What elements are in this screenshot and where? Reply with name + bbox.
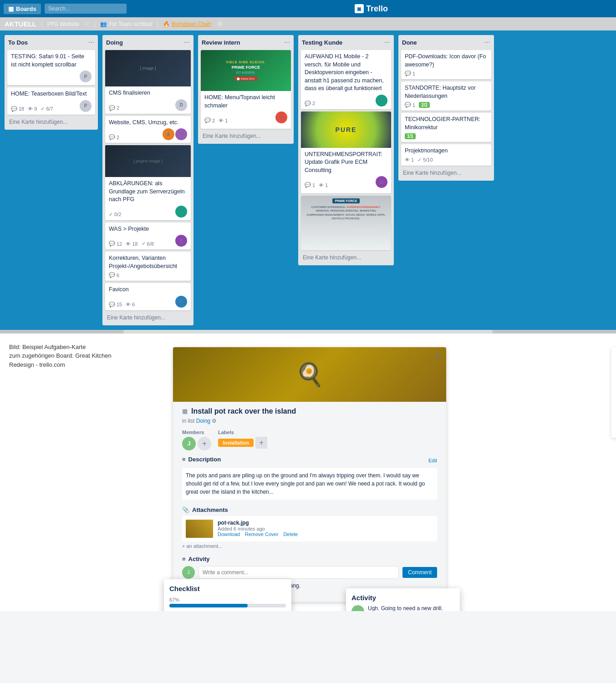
add-member-button[interactable]: + (198, 437, 211, 450)
avatar: E (175, 235, 187, 247)
card-comments: 💬 2 (305, 101, 315, 106)
avatar: B (175, 128, 187, 140)
close-button[interactable]: ✕ (435, 352, 442, 362)
checklist-icon: ✓ (417, 157, 422, 163)
avatar: U (376, 176, 387, 188)
card-members-section: Members J + (182, 430, 211, 450)
card-labels-section: Labels Installation + (218, 430, 267, 450)
description-edit-link[interactable]: Edit (428, 458, 437, 463)
card-header-image: 🍳 (173, 347, 446, 402)
table-row[interactable]: PDF-Downloads: Icon davor (Fo awesome?) … (401, 50, 491, 79)
attachments-label: Attachments (192, 506, 228, 513)
table-row[interactable]: Favicon 💬 15 👁 6 F (105, 283, 191, 310)
table-row[interactable]: TECHNOLOGIER-PARTNER: Minikorrektur 1/1 (401, 113, 491, 142)
card-detail-title: Install pot rack over the island (191, 407, 296, 415)
add-card-review[interactable]: Eine Karte hinzufügen... (201, 131, 291, 141)
card-comments: 💬 1 (305, 182, 315, 188)
settings-icon[interactable]: ⚙ (218, 20, 223, 27)
star-icon[interactable]: ☆ (84, 20, 90, 27)
boards-button[interactable]: ▦ Boards (4, 4, 41, 14)
add-card-doing[interactable]: Eine Karte hinzufügen... (105, 313, 191, 323)
description-label: Description (188, 456, 221, 463)
table-row[interactable]: VIELE SIND GLEICH. PRIME FORCE IST ANDER… (201, 50, 291, 129)
list-done-header: Done ··· (401, 38, 491, 48)
comment-icon: 💬 (109, 302, 115, 308)
delete-link[interactable]: Delete (283, 531, 298, 537)
burndown-link-item[interactable]: 🔥 Burndown Chart (163, 21, 211, 27)
activity-icon: ≡ (182, 556, 186, 562)
card-badge: 1/1 (405, 133, 416, 139)
table-row[interactable]: HOME: Teaserboxen Bild/Text 💬 18 👁 9 ✓ 6… (7, 87, 95, 115)
trello-logo-icon: ▣ (355, 4, 364, 13)
attachment-info: pot-rack.jpg Added 6 minutes ago Downloa… (218, 520, 433, 537)
label-tag[interactable]: Installation (218, 439, 254, 447)
table-row[interactable]: PURE UNTERNEHMENSPORTRAIT: Update Grafik… (301, 111, 391, 194)
list-testing-title: Testing Kunde (302, 39, 342, 46)
card-detail-members-labels: Members J + Labels Installation + (182, 430, 437, 450)
download-link[interactable]: Download (218, 531, 240, 537)
table-row[interactable]: WAS > Projekte 💬 12 👁 18 ✓ 6/8 (105, 223, 191, 250)
card-title: Projektmontagen (405, 147, 488, 155)
burndown-link[interactable]: Burndown Chart (172, 21, 211, 27)
board-visibility: 👥 Für Team sichtbar (100, 21, 153, 27)
card-title: UNTERNEHMENSPORTRAIT: Update Grafik Pure… (305, 151, 387, 175)
add-label-button[interactable]: + (255, 437, 267, 449)
boards-icon: ▦ (8, 5, 14, 12)
description-text: The pots and pans are piling up on the g… (182, 468, 437, 500)
table-row[interactable]: [ project image ] ABKLÄRUNGEN: als Grund… (105, 145, 191, 220)
card-title: Website, CMS, Umzug, etc. (109, 119, 187, 127)
card-image: [ project image ] (105, 145, 191, 177)
scroll-indicator (0, 330, 616, 334)
card-title: HOME: Teaserboxen Bild/Text (11, 90, 92, 98)
avatar: D (175, 99, 187, 111)
comment-icon: 💬 (305, 182, 311, 188)
table-row[interactable]: PRIME FORCE CUSTOMER EXPERIENCE, KUNDENZ… (301, 196, 391, 250)
comment-submit-button[interactable]: Comment (402, 567, 437, 578)
comment-input[interactable] (199, 566, 399, 579)
add-attachment-link[interactable]: + an attachment... (182, 543, 437, 549)
list-done-title: Done (402, 39, 417, 46)
card-detail-icon: ▦ (182, 408, 188, 415)
list-todo-title: To Dos (8, 39, 28, 46)
list-testing-header: Testing Kunde ··· (301, 38, 391, 48)
remove-cover-link[interactable]: Remove Cover (245, 531, 278, 537)
comment-icon: 💬 (305, 101, 311, 106)
card-comments: 💬 2 (109, 134, 119, 140)
checklist-progress-bar (169, 604, 286, 607)
list-review-menu[interactable]: ··· (284, 39, 290, 46)
card-checklist: ✓ 6/7 (41, 106, 53, 112)
comment-icon: 💬 (109, 134, 115, 140)
description-icon: ≡ (182, 456, 186, 463)
eye-icon: 👁 (219, 118, 224, 123)
list-testing-menu[interactable]: ··· (384, 39, 390, 46)
table-row[interactable]: TESTING: Safari 9.01 - Seite ist nicht k… (7, 50, 95, 85)
card-attachments-section: 📎 Attachments pot-rack.jpg Added 6 minut… (182, 506, 437, 549)
activity-popup: Activity Ugh. Going to need a new drill.… (346, 588, 460, 611)
board-area: To Dos ··· TESTING: Safari 9.01 - Seite … (0, 30, 616, 330)
card-watches: 👁 1 (319, 182, 328, 188)
add-card-todo[interactable]: Eine Karte hinzufügen... (7, 117, 95, 127)
avatar: C (175, 206, 187, 218)
table-row[interactable]: [ image ] CMS finalisieren 💬 2 D (105, 50, 191, 114)
table-row[interactable]: Website, CMS, Umzug, etc. 💬 2 A B (105, 116, 191, 143)
search-input[interactable] (45, 4, 127, 14)
fire-icon: 🔥 (163, 21, 170, 27)
caption-line3: Redesign - trello.com (9, 360, 137, 369)
checklist-icon: ✓ (109, 212, 113, 218)
card-detail-sidebar: Add 👤 Members 🏷 Labels ☑ Checklist 🕐 Due… (611, 347, 616, 438)
list-done-menu[interactable]: ··· (484, 39, 490, 46)
add-card-testing[interactable]: Eine Karte hinzufügen... (301, 253, 391, 263)
eye-icon: 👁 (28, 106, 33, 111)
checklist-progress-label: 67% (169, 597, 286, 602)
table-row[interactable]: Projektmontagen 👁 1 ✓ 5/10 (401, 144, 491, 166)
table-row[interactable]: AUFWAND H1 Mobile - 2 versch. für Mobile… (301, 50, 391, 109)
add-card-done[interactable]: Eine Karte hinzufügen... (401, 168, 491, 178)
card-comments: 💬 15 (109, 302, 122, 308)
top-nav: ▦ Boards ▣ Trello (0, 0, 616, 17)
board-name[interactable]: PFG Website (47, 21, 79, 27)
list-doing-menu[interactable]: ··· (184, 39, 190, 46)
card-detail-list-link[interactable]: Doing (196, 418, 210, 424)
table-row[interactable]: Korrekturen, Varianten Projekt-/Angebots… (105, 252, 191, 281)
list-todo-menu[interactable]: ··· (88, 39, 94, 46)
table-row[interactable]: STANDORTE: Hauptsitz vor Niederlassungen… (401, 81, 491, 111)
